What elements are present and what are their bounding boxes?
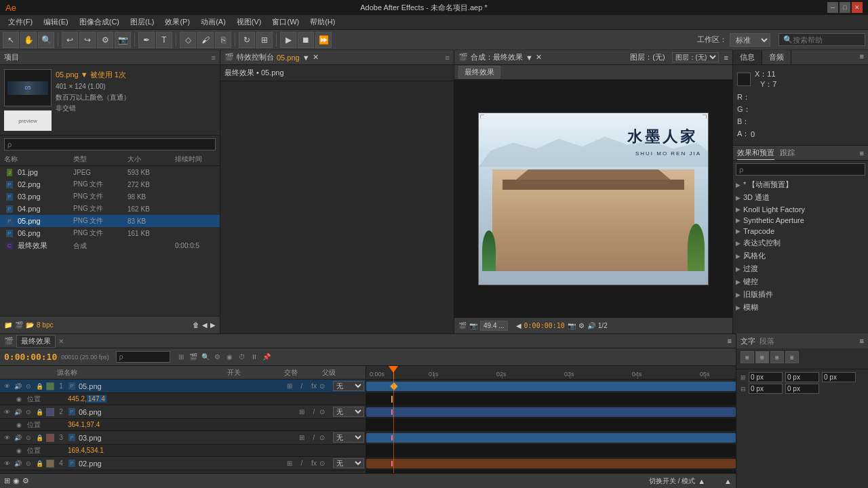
switch-transform-1[interactable]: ⊞	[284, 381, 295, 392]
effects-group-style[interactable]: ▶ 风格化	[733, 249, 868, 262]
zoom-button[interactable]: 49.4 ...	[480, 321, 508, 331]
px-input-1[interactable]	[749, 372, 783, 382]
switch-transform-2[interactable]: ⊞	[296, 407, 307, 418]
switch-transform-4[interactable]: ⊞	[284, 458, 295, 469]
mode-select-3[interactable]: 无	[333, 432, 364, 443]
mode-select-1[interactable]: 无	[333, 381, 364, 391]
comp-footer-nav[interactable]: ◀	[516, 322, 521, 329]
effects-group-blur[interactable]: ▶ 模糊	[733, 301, 868, 314]
project-item-02[interactable]: P 02.png PNG 文件 272 KB	[0, 178, 220, 190]
track-bar-4[interactable]	[366, 459, 736, 468]
tool-camera[interactable]: 📷	[115, 32, 131, 48]
track-bar-1[interactable]	[366, 382, 736, 391]
px-input-5[interactable]	[785, 384, 819, 394]
align-right-btn[interactable]: ≡	[770, 351, 784, 363]
comp-name-button[interactable]: 最终效果	[458, 66, 500, 79]
minimize-button[interactable]: ─	[827, 2, 838, 13]
project-item-04[interactable]: P 04.png PNG 文件 162 KB	[0, 203, 220, 215]
tool-puppet[interactable]: ⊞	[256, 32, 273, 48]
project-item-01[interactable]: J 01.jpg JPEG 593 KB	[0, 166, 220, 178]
switch-transform-3[interactable]: ⊞	[296, 432, 307, 443]
text-panel-menu[interactable]: ≡	[860, 337, 864, 345]
tool-stop[interactable]: ⏹	[298, 32, 314, 48]
parent-icon-3[interactable]: ⊙	[319, 434, 333, 441]
mode-select-2[interactable]: 无	[333, 407, 364, 417]
tool-select[interactable]: ↖	[3, 32, 19, 48]
align-center-btn[interactable]: ≡	[755, 351, 769, 363]
layer-row-3[interactable]: 👁 🔊 ⊙ 🔒 3 P 03.png ⊞ / ⊙	[0, 431, 366, 445]
tool-redo[interactable]: ↪	[79, 32, 96, 48]
layer-row-2[interactable]: 👁 🔊 ⊙ 🔒 2 P 06.png ⊞ / ⊙	[0, 405, 366, 419]
layer-select[interactable]: 图层：(无)	[672, 52, 719, 62]
switch-blend-4[interactable]: /	[296, 458, 307, 469]
solo-icon-4[interactable]: ⊙	[23, 460, 34, 467]
menu-edit[interactable]: 编辑(E)	[38, 16, 74, 28]
sub-row-toggle-1[interactable]: ◉	[16, 396, 27, 403]
parent-icon-1[interactable]: ⊙	[319, 382, 333, 390]
switch-blend-2[interactable]: /	[309, 407, 319, 418]
sub-row-toggle-3[interactable]: ◉	[16, 447, 27, 454]
menu-window[interactable]: 窗口(W)	[267, 16, 304, 28]
help-search-box[interactable]: 🔍	[778, 33, 865, 46]
effects-group-synth[interactable]: ▶ Synthetic Aperture	[733, 215, 868, 226]
effect-panel-menu[interactable]: ≡	[446, 54, 450, 62]
audio-icon-1[interactable]: 🔊	[12, 383, 23, 390]
tool-type[interactable]: T	[156, 32, 172, 48]
nav-back-icon[interactable]: ◀	[202, 321, 208, 329]
info-panel-menu[interactable]: ≡	[856, 50, 868, 64]
track-bar-3[interactable]	[366, 433, 736, 443]
layer-name-2[interactable]: 06.png	[79, 408, 295, 416]
menu-effects[interactable]: 效果(P)	[159, 16, 195, 28]
tl-tool-2[interactable]: 🎬	[188, 352, 199, 363]
sub-row-toggle-2[interactable]: ◉	[16, 422, 27, 428]
solo-icon-2[interactable]: ⊙	[23, 409, 34, 415]
tool-settings[interactable]: ⚙	[97, 32, 113, 48]
px-input-3[interactable]	[822, 372, 856, 382]
comp-header-menu[interactable]: ≡	[724, 54, 728, 62]
switch-fx-4[interactable]: fx	[309, 458, 319, 469]
tab-info[interactable]: 信息	[733, 50, 762, 64]
menu-layer[interactable]: 图层(L)	[125, 16, 159, 28]
align-justify-btn[interactable]: ≡	[785, 351, 799, 363]
project-item-05[interactable]: P 05.png PNG 文件 83 KB	[0, 215, 220, 227]
tl-tool-7[interactable]: ⏸	[249, 352, 260, 363]
effects-group-trapcode[interactable]: ▶ Trapcode	[733, 226, 868, 237]
effects-group-knoll[interactable]: ▶ Knoll Light Factory	[733, 204, 868, 215]
menu-composition[interactable]: 图像合成(C)	[74, 16, 125, 28]
tool-rotate[interactable]: ↻	[239, 32, 255, 48]
maximize-button[interactable]: □	[840, 2, 850, 13]
visibility-icon-1[interactable]: 👁	[1, 383, 12, 390]
menu-animation[interactable]: 动画(A)	[195, 16, 231, 28]
px-input-2[interactable]	[785, 372, 819, 382]
menu-view[interactable]: 视图(V)	[231, 16, 267, 28]
effects-group-transition[interactable]: ▶ 过渡	[733, 262, 868, 275]
tl-footer-end[interactable]: ▲	[724, 477, 732, 485]
tl-tool-6[interactable]: ⏱	[237, 352, 248, 363]
layer-row-4[interactable]: 👁 🔊 ⊙ 🔒 4 P 02.png ⊞ / fx ⊙	[0, 457, 366, 470]
tool-pen[interactable]: ✒	[138, 32, 155, 48]
tool-shape[interactable]: ◇	[180, 32, 196, 48]
tl-footer-icon3[interactable]: ⚙	[22, 476, 29, 485]
tl-footer-icon1[interactable]: ⊞	[4, 476, 10, 485]
effects-search-input[interactable]	[736, 163, 865, 176]
timeline-search[interactable]	[116, 351, 170, 363]
timeline-panel-menu[interactable]: ≡	[728, 337, 732, 345]
layer-name-1[interactable]: 05.png	[79, 382, 283, 390]
comp-header-expand[interactable]: ▼	[526, 54, 533, 62]
lock-icon-4[interactable]: 🔒	[34, 460, 45, 467]
solo-icon-1[interactable]: ⊙	[23, 383, 34, 390]
effects-group-keying[interactable]: ▶ 键控	[733, 275, 868, 288]
visibility-icon-2[interactable]: 👁	[1, 409, 12, 415]
prop-val-pos-1b[interactable]: 147.4	[87, 395, 106, 403]
project-item-06[interactable]: P 06.png PNG 文件 161 KB	[0, 227, 220, 239]
layer-name-3[interactable]: 03.png	[79, 434, 295, 442]
tool-hand[interactable]: ✋	[20, 32, 37, 48]
help-search-input[interactable]	[793, 36, 861, 44]
close-button[interactable]: ✕	[852, 2, 863, 13]
switch-blend-3[interactable]: /	[309, 432, 319, 443]
tool-zoom[interactable]: 🔍	[38, 32, 54, 48]
project-item-comp[interactable]: C 最终效果 合成 0:00:0:5	[0, 239, 220, 252]
menu-file[interactable]: 文件(F)	[3, 16, 38, 28]
text-panel-tab2[interactable]: 段落	[760, 336, 774, 346]
tl-footer-expand[interactable]: ▲	[698, 477, 705, 485]
